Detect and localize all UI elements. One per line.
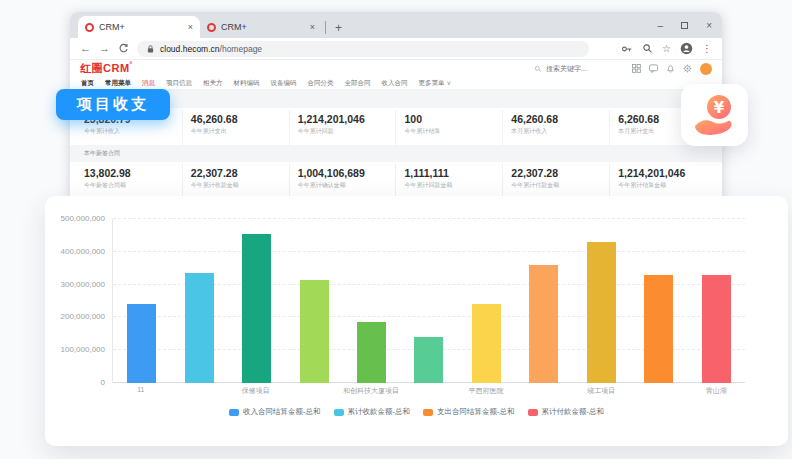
x-axis-label: 保修项目	[227, 386, 285, 396]
y-axis-tick: 0	[101, 378, 105, 387]
chart-plot: 0100,000,000200,000,000300,000,000400,00…	[112, 219, 745, 383]
x-axis-label	[285, 386, 343, 396]
stat-value: 1,111,111	[404, 167, 494, 179]
nav-item[interactable]: 材料编码	[234, 79, 260, 88]
bar[interactable]	[587, 242, 616, 383]
y-axis-tick: 400,000,000	[61, 247, 106, 256]
lock-icon	[146, 44, 155, 54]
nav-item[interactable]: 消息	[142, 79, 155, 88]
minimize-button[interactable]: –	[658, 20, 664, 31]
legend-label: 支出合同结算金额-总和	[437, 407, 515, 417]
nav-item[interactable]: 设备编码	[271, 79, 297, 88]
bar[interactable]	[529, 265, 558, 383]
legend-item[interactable]: 支出合同结算金额-总和	[423, 407, 515, 417]
bookmark-star-icon[interactable]: ☆	[662, 43, 671, 54]
bar-slot	[113, 219, 170, 383]
tab-crm-1[interactable]: CRM+ ×	[78, 16, 200, 38]
stat-label: 今年累计回款	[298, 127, 388, 136]
tab-crm-2[interactable]: CRM+ ×	[200, 16, 322, 38]
bell-icon[interactable]	[666, 64, 675, 73]
crm-header: 红圈CRM°	[70, 60, 722, 77]
legend-marker	[229, 409, 239, 416]
chart-legend: 收入合同结算金额-总和累计收款金额-总和支出合同结算金额-总和累计付款金额-总和	[45, 407, 788, 417]
bar[interactable]	[414, 337, 443, 383]
nav-item[interactable]: 更多菜单 ∨	[419, 79, 452, 88]
stat-value: 22,307.28	[511, 167, 601, 179]
legend-label: 累计收款金额-总和	[348, 407, 411, 417]
bar[interactable]	[702, 275, 731, 383]
stat-cell: 22,307.28今年累计收款金额	[182, 164, 289, 199]
stat-label: 今年新签合同额	[84, 181, 174, 190]
legend-marker	[423, 409, 433, 416]
money-icon-card: ¥	[681, 84, 748, 146]
zoom-icon[interactable]	[642, 43, 653, 54]
svg-text:¥: ¥	[713, 99, 724, 117]
stat-value: 1,214,201,046	[618, 167, 708, 179]
stat-label: 今年累计收入	[84, 127, 174, 136]
profile-icon[interactable]	[680, 42, 693, 55]
y-axis-tick: 100,000,000	[61, 345, 106, 354]
stat-value: 22,307.28	[191, 167, 281, 179]
crm-favicon	[207, 23, 216, 32]
nav-item[interactable]: 全部合同	[345, 79, 371, 88]
bar-slot	[171, 219, 228, 383]
hand-holding-yen-icon: ¥	[692, 93, 738, 137]
key-icon[interactable]	[621, 44, 633, 54]
stat-label: 今年累计回款金额	[404, 181, 494, 190]
reload-icon[interactable]	[118, 43, 129, 54]
toolbar-icons: ☆ ⋮	[621, 42, 712, 55]
bar[interactable]	[644, 275, 673, 383]
bar[interactable]	[242, 234, 271, 383]
screenshot-stage: CRM+ × CRM+ × + – × ← →	[0, 0, 792, 459]
x-axis-label: 青山湖	[687, 386, 745, 396]
maximize-button[interactable]	[681, 22, 688, 29]
legend-item[interactable]: 累计收款金额-总和	[334, 407, 411, 417]
stat-label: 今年累计付款金额	[511, 181, 601, 190]
stat-label: 今年累计支出	[191, 127, 281, 136]
tab-title: CRM+	[99, 22, 183, 32]
search-input[interactable]	[546, 65, 624, 72]
chart-xlabels: 11保修项目和创科技大厦项目平西府医院竣工项目青山湖	[112, 386, 745, 396]
stat-cell: 46,260.68今年累计支出	[182, 110, 289, 145]
bar-slot	[573, 219, 630, 383]
stat-label: 今年累计结算	[404, 127, 494, 136]
legend-item[interactable]: 收入合同结算金额-总和	[229, 407, 321, 417]
legend-item[interactable]: 累计付款金额-总和	[528, 407, 605, 417]
project-income-expense-badge: 项目收支	[56, 89, 170, 120]
new-tab-button[interactable]: +	[335, 21, 342, 35]
stat-cell: 22,307.28今年累计付款金额	[502, 164, 609, 199]
message-icon[interactable]	[649, 64, 658, 73]
nav-item[interactable]: 常用菜单	[105, 79, 131, 88]
search-icon	[534, 65, 542, 73]
gear-icon[interactable]	[683, 64, 692, 73]
stat-value: 100	[404, 113, 494, 125]
bar[interactable]	[300, 280, 329, 383]
bar[interactable]	[127, 304, 156, 383]
bar-slot	[458, 219, 515, 383]
bar[interactable]	[357, 322, 386, 383]
address-bar[interactable]: cloud.hecom.cn/homepage	[137, 41, 589, 57]
nav-item[interactable]: 合同分类	[308, 79, 334, 88]
back-button[interactable]: ←	[80, 43, 91, 54]
bar-slot	[286, 219, 343, 383]
nav-item[interactable]: 项目信息	[166, 79, 192, 88]
stat-value: 1,214,201,046	[298, 113, 388, 125]
user-avatar[interactable]	[700, 63, 712, 75]
browser-menu-icon[interactable]: ⋮	[702, 43, 712, 54]
nav-item[interactable]: 首页	[81, 79, 94, 88]
forward-button[interactable]: →	[99, 43, 110, 54]
crm-search[interactable]	[534, 65, 624, 73]
tab-close-icon[interactable]: ×	[188, 22, 193, 32]
tab-close-icon[interactable]: ×	[310, 22, 315, 32]
nav-item[interactable]: 相关方	[203, 79, 223, 88]
legend-marker	[334, 409, 344, 416]
crm-logo: 红圈CRM°	[80, 61, 133, 76]
crm-nav: 首页常用菜单消息项目信息相关方材料编码设备编码合同分类全部合同收入合同更多菜单 …	[70, 77, 722, 90]
nav-item[interactable]: 收入合同	[382, 79, 408, 88]
close-window-button[interactable]: ×	[706, 20, 712, 31]
bar[interactable]	[472, 304, 501, 383]
chart-bars	[113, 219, 745, 383]
apps-grid-icon[interactable]	[632, 64, 641, 73]
bar[interactable]	[185, 273, 214, 383]
stat-value: 1,004,106,689	[298, 167, 388, 179]
